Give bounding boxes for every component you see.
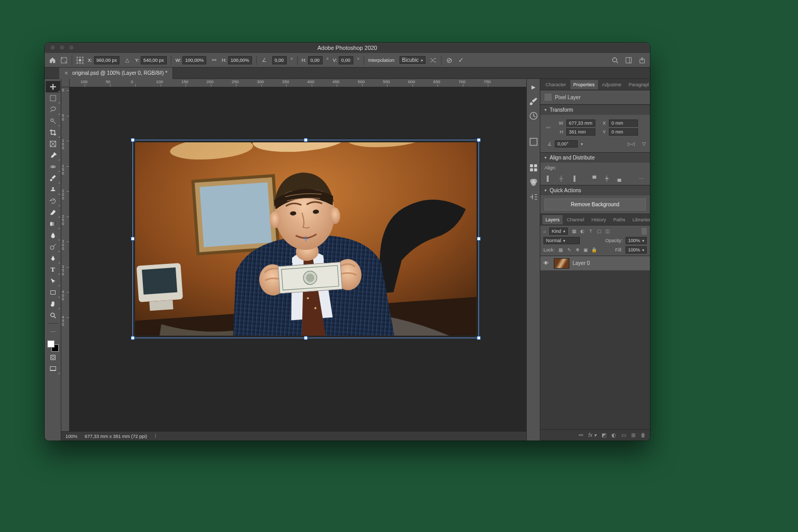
align-section-header[interactable]: Align and Distribute	[540, 152, 650, 163]
close-tab-icon[interactable]	[64, 70, 68, 77]
frame-tool[interactable]	[46, 138, 60, 150]
dodge-tool[interactable]	[46, 241, 60, 252]
transform-handle-bl[interactable]	[131, 336, 135, 340]
transform-handle-r[interactable]	[477, 237, 481, 241]
align-bottom-icon[interactable]: ▄	[615, 175, 623, 182]
lasso-tool[interactable]	[46, 104, 60, 115]
type-tool[interactable]: T	[46, 264, 60, 275]
filter-adjust-icon[interactable]: ◐	[579, 229, 586, 234]
layer-fx-icon[interactable]: fx ▾	[588, 432, 596, 438]
workspace-icon[interactable]	[625, 57, 632, 64]
blend-mode-select[interactable]: Normal	[543, 237, 580, 244]
transform-handle-b[interactable]	[304, 336, 308, 340]
panel-tab-history[interactable]: History	[589, 215, 609, 224]
skew-v-field[interactable]: V:0,00	[333, 56, 353, 64]
panel-tab-adjustme[interactable]: Adjustme	[599, 80, 625, 89]
lock-transparent-icon[interactable]: ▦	[558, 247, 564, 252]
quick-mask-icon[interactable]	[46, 352, 60, 363]
layer-row[interactable]: 👁 Layer 0	[540, 256, 650, 271]
align-vcenter-icon[interactable]: ┿	[603, 175, 611, 182]
layer-name-label[interactable]: Layer 0	[573, 260, 590, 266]
panel-tab-layers[interactable]: Layers	[542, 215, 563, 224]
lock-position-icon[interactable]: ✥	[575, 247, 581, 252]
screen-mode-icon[interactable]	[46, 363, 60, 375]
quick-actions-header[interactable]: Quick Actions	[540, 185, 650, 195]
document-dimensions[interactable]: 677,33 mm x 381 mm (72 ppi)	[85, 434, 147, 439]
gradient-tool[interactable]	[46, 218, 60, 230]
transform-handle-l[interactable]	[131, 237, 135, 241]
flip-vertical-icon[interactable]: ▽	[642, 141, 646, 147]
panel-tab-paragrapl[interactable]: Paragrapl	[626, 80, 650, 89]
layer-thumbnail[interactable]	[554, 258, 569, 269]
transform-handle-tl[interactable]	[131, 138, 135, 142]
swatches-panel-icon[interactable]	[529, 137, 538, 147]
align-right-icon[interactable]: ▐	[569, 175, 578, 182]
new-group-icon[interactable]: ▭	[621, 432, 626, 438]
link-wh-icon[interactable]: ⚯	[544, 125, 552, 130]
quick-selection-tool[interactable]	[46, 115, 60, 127]
visibility-toggle-icon[interactable]: 👁	[543, 260, 551, 266]
info-panel-icon[interactable]	[529, 192, 538, 202]
blur-tool[interactable]	[46, 230, 60, 241]
panel-tab-paths[interactable]: Paths	[610, 215, 629, 224]
healing-brush-tool[interactable]	[46, 161, 60, 172]
zoom-tool[interactable]	[46, 310, 60, 321]
transform-handle-br[interactable]	[477, 336, 481, 340]
layer-mask-icon[interactable]: ◩	[602, 432, 606, 438]
adjustment-layer-icon[interactable]: ◐	[611, 432, 616, 438]
panel-tab-properties[interactable]: Properties	[570, 80, 598, 89]
rectangle-tool[interactable]	[46, 287, 60, 298]
w-field[interactable]: W:100,00%	[176, 56, 206, 64]
angle-field[interactable]: 0,00	[272, 56, 287, 64]
home-icon[interactable]	[49, 57, 56, 64]
crop-tool[interactable]	[46, 127, 60, 138]
status-caret-icon[interactable]: 〉	[154, 433, 159, 440]
new-layer-icon[interactable]: ⊞	[631, 432, 635, 438]
transform-section-header[interactable]: Transform	[540, 104, 650, 115]
remove-background-button[interactable]: Remove Background	[544, 198, 646, 210]
zoom-level[interactable]: 100%	[65, 434, 77, 439]
transform-x-input[interactable]: 0 mm	[609, 119, 638, 127]
transform-h-input[interactable]: 381 mm	[566, 128, 595, 136]
hand-tool[interactable]	[46, 298, 60, 310]
h-field[interactable]: H:100,00%	[222, 56, 252, 64]
panel-tab-channel[interactable]: Channel	[564, 215, 588, 224]
color-panel-icon[interactable]	[529, 178, 538, 187]
zoom-window-button[interactable]	[69, 45, 74, 50]
vertical-ruler[interactable]: 050100150200250300350400450	[61, 87, 70, 431]
flip-horizontal-icon[interactable]: ▷◁	[628, 141, 635, 147]
cancel-transform-icon[interactable]: ⊘	[446, 57, 453, 64]
grid-panel-icon[interactable]	[529, 163, 538, 172]
fill-input[interactable]: 100%	[626, 246, 647, 254]
brush-tool[interactable]	[46, 172, 60, 184]
search-icon[interactable]: ⌕	[543, 229, 546, 234]
canvas-viewport[interactable]	[70, 87, 526, 431]
layers-list[interactable]: 👁 Layer 0	[540, 256, 650, 429]
transform-w-input[interactable]: 677,33 mm	[566, 119, 595, 127]
filter-type-icon[interactable]: T	[588, 229, 594, 234]
close-window-button[interactable]	[50, 45, 56, 50]
color-swatches[interactable]	[47, 340, 59, 352]
document-tab[interactable]: original.psd @ 100% (Layer 0, RGB/8#) *	[59, 68, 173, 79]
horizontal-ruler[interactable]: 1005001001502002503003504004505005506006…	[70, 79, 526, 87]
align-hcenter-icon[interactable]: ┼	[557, 175, 565, 182]
layer-filter-select[interactable]: Kind	[549, 228, 568, 235]
transform-tool-icon[interactable]	[60, 57, 68, 64]
eyedropper-tool[interactable]	[46, 150, 60, 161]
filter-pixel-icon[interactable]: ▦	[571, 229, 577, 234]
minimize-window-button[interactable]	[59, 45, 65, 50]
eraser-tool[interactable]	[46, 207, 60, 218]
search-icon[interactable]	[611, 57, 619, 64]
brushes-panel-icon[interactable]	[529, 97, 538, 106]
transform-handle-t[interactable]	[304, 138, 308, 142]
transform-handle-tr[interactable]	[477, 138, 481, 142]
delete-layer-icon[interactable]: 🗑	[641, 432, 646, 438]
warp-icon[interactable]	[430, 57, 437, 64]
y-field[interactable]: Y:540,00 px	[135, 56, 167, 64]
reference-point-icon[interactable]	[76, 57, 84, 64]
link-wh-icon[interactable]: ⚯	[210, 57, 218, 64]
commit-transform-icon[interactable]: ✓	[457, 57, 464, 64]
filter-shape-icon[interactable]: ▢	[596, 229, 602, 234]
history-panel-icon[interactable]	[529, 111, 538, 121]
ruler-origin[interactable]	[61, 79, 70, 87]
